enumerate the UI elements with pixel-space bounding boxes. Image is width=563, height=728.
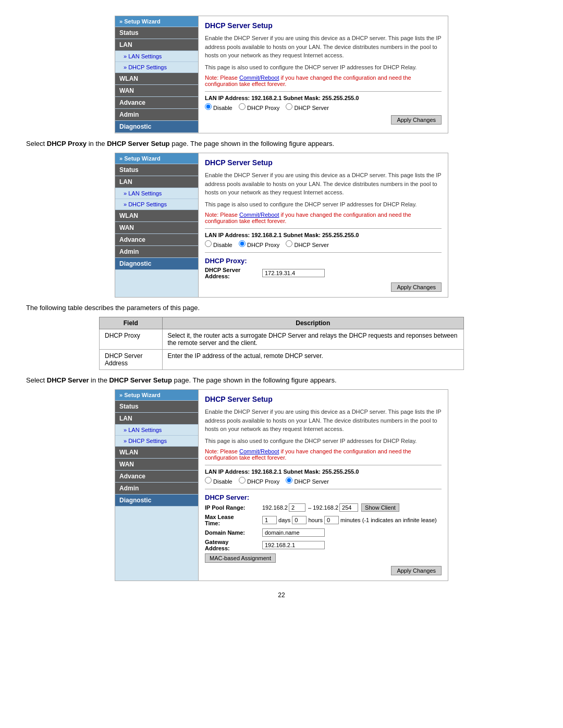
panel2-sidebar-item-diagnostic[interactable]: Diagnostic [115, 258, 198, 270]
panel3-sidebar-item-advance[interactable]: Advance [115, 471, 198, 483]
panel2-sidebar-item-wan[interactable]: WAN [115, 222, 198, 234]
sidebar-item-diagnostic[interactable]: Diagnostic [115, 121, 198, 133]
panel2-sidebar-item-admin[interactable]: Admin [115, 246, 198, 258]
between-text-1: Select DHCP Proxy in the DHCP Server Set… [26, 140, 537, 147]
panel3-sidebar-item-diagnostic[interactable]: Diagnostic [115, 495, 198, 507]
panel2-sidebar-item-lan-settings[interactable]: » LAN Settings [115, 188, 198, 199]
panel3-lease-hint: minutes (-1 indicates an infinite lease) [339, 517, 437, 523]
panel1-apply-btn[interactable]: Apply Changes [391, 115, 442, 125]
panel1-radio-disable[interactable]: Disable [205, 105, 232, 111]
panel3-note: Note: Please Commit/Reboot if you have c… [205, 448, 442, 461]
panel3-sidebar-item-lan-settings[interactable]: » LAN Settings [115, 425, 198, 436]
panel3-sidebar-item-status[interactable]: Status [115, 401, 198, 413]
panel3-domain-row: Domain Name: [205, 528, 442, 537]
panel2-radio-server[interactable]: DHCP Server [286, 242, 328, 248]
sidebar-item-dhcp-settings[interactable]: » DHCP Settings [115, 62, 198, 73]
panel1-title: DHCP Server Setup [205, 21, 442, 30]
panel2-radio-row: Disable DHCP Proxy DHCP Server [205, 240, 442, 248]
panel1-divider [205, 91, 442, 92]
panel3-sidebar-item-wizard[interactable]: » Setup Wizard [115, 390, 198, 401]
sidebar-item-admin[interactable]: Admin [115, 109, 198, 121]
panel1: » Setup Wizard Status LAN » LAN Settings… [115, 16, 448, 133]
page-number: 22 [26, 591, 537, 599]
panel3-desc2: This page is also used to configure the … [205, 437, 442, 446]
panel3-main: DHCP Server Setup Enable the DHCP Server… [199, 390, 448, 581]
panel3-divider [205, 465, 442, 465]
panel3-ip-pool-end2-input[interactable] [339, 503, 358, 512]
panel1-lan-info: LAN IP Address: 192.168.2.1 Subnet Mask:… [205, 95, 442, 101]
panel2-sidebar-item-lan[interactable]: LAN [115, 176, 198, 188]
panel2-apply-btn[interactable]: Apply Changes [391, 282, 442, 292]
sidebar-item-lan[interactable]: LAN [115, 39, 198, 51]
panel3-sidebar-item-lan[interactable]: LAN [115, 413, 198, 425]
panel3-radio-row: Disable DHCP Proxy DHCP Server [205, 477, 442, 485]
panel2-desc2: This page is also used to configure the … [205, 200, 442, 209]
panel3-sidebar-item-wlan[interactable]: WLAN [115, 447, 198, 459]
panel2-sidebar-item-status[interactable]: Status [115, 164, 198, 176]
between-text-2: The following table describes the parame… [26, 304, 537, 312]
panel2-title: DHCP Server Setup [205, 158, 442, 167]
panel2-sidebar-item-wlan[interactable]: WLAN [115, 210, 198, 222]
panel2-sidebar-item-dhcp-settings[interactable]: » DHCP Settings [115, 199, 198, 210]
panel2-apply-row: Apply Changes [205, 282, 442, 292]
panel1-radio-proxy[interactable]: DHCP Proxy [239, 105, 279, 111]
panel1-commit-link[interactable]: Commit/Reboot [239, 75, 279, 81]
panel2-radio-disable[interactable]: Disable [205, 242, 232, 248]
panel3-gateway-row: GatewayAddress: [205, 539, 442, 551]
table-cell-field-1: DHCP Server Address [100, 350, 163, 370]
panel3-ip-pool-dash: – [307, 504, 313, 511]
panel1-desc1: Enable the DHCP Server if you are using … [205, 34, 442, 60]
panel3-mac-based-btn[interactable]: MAC-based Assignment [205, 553, 276, 563]
panel2-commit-link[interactable]: Commit/Reboot [239, 212, 279, 218]
panel1-sidebar: » Setup Wizard Status LAN » LAN Settings… [115, 16, 199, 133]
panel1-radio-server[interactable]: DHCP Server [286, 105, 328, 111]
panel3-title: DHCP Server Setup [205, 395, 442, 403]
panel3: » Setup Wizard Status LAN » LAN Settings… [115, 389, 448, 581]
panel2-server-address-row: DHCP ServerAddress: [205, 267, 442, 279]
panel2-sub-title: DHCP Proxy: [205, 257, 442, 265]
params-table: Field Description DHCP Proxy Select it, … [99, 317, 464, 370]
panel3-apply-row: Apply Changes [205, 566, 442, 575]
panel3-sidebar-item-admin[interactable]: Admin [115, 483, 198, 495]
panel3-days-label: days [277, 517, 292, 523]
panel2-radio-proxy[interactable]: DHCP Proxy [239, 242, 279, 248]
panel3-lease-minutes-input[interactable] [324, 516, 339, 524]
panel3-sidebar-item-wan[interactable]: WAN [115, 459, 198, 471]
panel3-lan-info: LAN IP Address: 192.168.2.1 Subnet Mask:… [205, 468, 442, 475]
panel3-gateway-label: GatewayAddress: [205, 539, 262, 551]
panel3-radio-proxy[interactable]: DHCP Proxy [239, 478, 279, 485]
panel3-lease-hours-input[interactable] [292, 516, 307, 524]
panel1-desc2: This page is also used to configure the … [205, 63, 442, 72]
panel3-desc1: Enable the DHCP Server if you are using … [205, 408, 442, 434]
panel2-sidebar-item-advance[interactable]: Advance [115, 234, 198, 246]
panel3-gateway-input[interactable] [262, 541, 325, 549]
sidebar-item-wizard[interactable]: » Setup Wizard [115, 16, 198, 27]
panel2: » Setup Wizard Status LAN » LAN Settings… [115, 153, 448, 298]
panel3-ip-pool-start2-input[interactable] [289, 503, 305, 512]
table-header-field: Field [100, 317, 163, 329]
sidebar-item-lan-settings[interactable]: » LAN Settings [115, 51, 198, 62]
panel3-sub-title: DHCP Server: [205, 493, 442, 501]
panel3-domain-input[interactable] [262, 528, 325, 537]
panel1-main: DHCP Server Setup Enable the DHCP Server… [199, 16, 448, 133]
panel3-ip-pool-start: 192.168.2 [262, 504, 288, 511]
panel1-note: Note: Please Commit/Reboot if you have c… [205, 75, 442, 87]
panel3-commit-link[interactable]: Commit/Reboot [239, 448, 279, 454]
panel3-lease-days-input[interactable] [262, 516, 277, 524]
panel2-sidebar-item-wizard[interactable]: » Setup Wizard [115, 153, 198, 164]
panel3-radio-server[interactable]: DHCP Server [286, 478, 328, 485]
page-content: » Setup Wizard Status LAN » LAN Settings… [26, 16, 537, 599]
panel3-apply-btn[interactable]: Apply Changes [391, 566, 442, 575]
sidebar-item-wan[interactable]: WAN [115, 85, 198, 97]
panel2-main: DHCP Server Setup Enable the DHCP Server… [199, 153, 448, 297]
panel3-show-client-btn[interactable]: Show Client [361, 503, 399, 512]
panel2-server-address-input[interactable] [262, 269, 325, 277]
sidebar-item-status[interactable]: Status [115, 27, 198, 39]
sidebar-item-advance[interactable]: Advance [115, 97, 198, 109]
panel1-radio-row: Disable DHCP Proxy DHCP Server [205, 103, 442, 111]
panel3-lease-row: Max LeaseTime: days hours minutes (-1 in… [205, 514, 442, 526]
sidebar-item-wlan[interactable]: WLAN [115, 73, 198, 85]
panel3-radio-disable[interactable]: Disable [205, 478, 232, 485]
panel2-sidebar: » Setup Wizard Status LAN » LAN Settings… [115, 153, 199, 297]
panel3-sidebar-item-dhcp-settings[interactable]: » DHCP Settings [115, 436, 198, 447]
